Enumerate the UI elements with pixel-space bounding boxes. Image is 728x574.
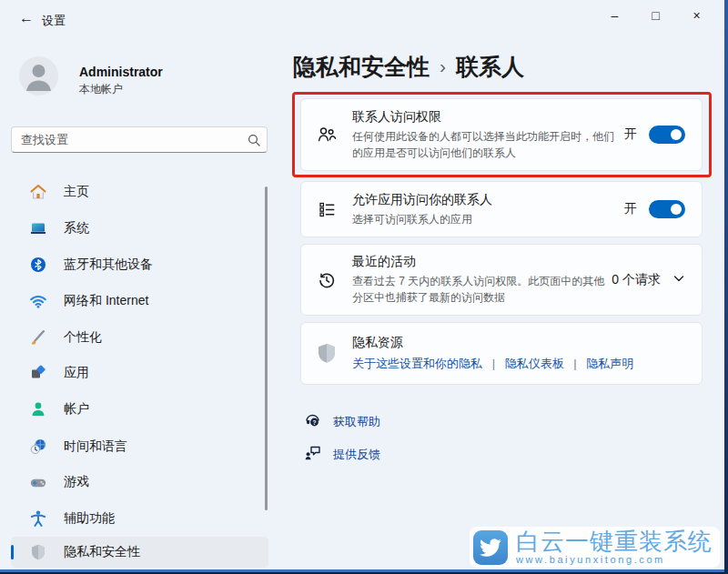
card-apps-access: 允许应用访问你的联系人 选择可访问联系人的应用 开 <box>300 181 703 237</box>
sidebar-item-label: 蓝牙和其他设备 <box>64 257 153 273</box>
profile-name: Administrator <box>79 65 163 79</box>
get-help-label: 获取帮助 <box>333 414 380 430</box>
toggle-state-label: 开 <box>624 201 637 217</box>
sidebar-item-network[interactable]: 网络和 Internet <box>11 286 268 317</box>
sidebar-item-personalization[interactable]: 个性化 <box>11 322 268 353</box>
breadcrumb-parent[interactable]: 隐私和安全性 <box>293 52 430 82</box>
sidebar-item-label: 帐户 <box>64 401 89 418</box>
accounts-person-icon <box>27 400 49 418</box>
search-icon[interactable] <box>241 134 267 146</box>
contacts-access-toggle[interactable] <box>649 126 685 144</box>
accessibility-person-icon <box>27 509 49 528</box>
people-icon <box>301 125 352 145</box>
sidebar-item-system[interactable]: 系统 <box>11 213 268 244</box>
sidebar-item-bluetooth[interactable]: 蓝牙和其他设备 <box>11 249 268 280</box>
requests-count: 0 个请求 <box>612 272 661 288</box>
sidebar-item-label: 辅助功能 <box>64 510 115 527</box>
home-icon <box>27 183 49 201</box>
chevron-down-icon[interactable] <box>672 272 685 288</box>
setting-title: 隐私资源 <box>352 335 696 351</box>
sidebar: Administrator 本地帐户 主页 <box>0 36 273 574</box>
shield-icon <box>301 342 352 366</box>
gaming-gamepad-icon <box>27 473 49 491</box>
get-help-link[interactable]: ? 获取帮助 <box>304 411 380 432</box>
apps-icon <box>27 364 49 382</box>
minimize-button[interactable]: – <box>594 0 635 31</box>
desktop-edge-right <box>724 0 728 574</box>
link-separator: | <box>492 357 495 370</box>
sidebar-item-home[interactable]: 主页 <box>11 176 268 207</box>
sidebar-item-label: 系统 <box>64 220 89 237</box>
search-input[interactable] <box>12 133 241 146</box>
search-box[interactable] <box>11 126 268 153</box>
twitter-bird-icon <box>473 530 508 565</box>
app-title: 设置 <box>42 13 66 29</box>
avatar[interactable] <box>19 56 58 96</box>
give-feedback-link[interactable]: 提供反馈 <box>304 444 380 465</box>
watermark-url: www.baiyunxitong.com <box>516 555 713 565</box>
card-privacy-resources: 隐私资源 关于这些设置和你的隐私 | 隐私仪表板 | 隐私声明 <box>300 322 703 385</box>
bluetooth-icon <box>27 256 49 274</box>
person-silhouette-icon <box>19 56 58 96</box>
link-privacy-statement[interactable]: 隐私声明 <box>586 357 633 370</box>
sidebar-item-privacy-security[interactable]: 隐私和安全性 <box>11 537 268 568</box>
privacy-links: 关于这些设置和你的隐私 | 隐私仪表板 | 隐私声明 <box>352 356 696 372</box>
card-contacts-access: 联系人访问权限 任何使用此设备的人都可以选择当此功能开启时，他们的应用是否可以访… <box>300 98 703 171</box>
sidebar-scrollbar[interactable] <box>265 186 268 510</box>
titlebar: ← 设置 – □ × <box>0 0 724 36</box>
sidebar-item-time-language[interactable]: 时间和语言 <box>11 431 268 462</box>
give-feedback-label: 提供反馈 <box>333 447 380 463</box>
card-recent-activity[interactable]: 最近的活动 查看过去 7 天内的联系人访问权限。此页面中的其他分区中也捕获了最新… <box>300 244 703 316</box>
sidebar-item-label: 应用 <box>64 365 89 381</box>
setting-description: 任何使用此设备的人都可以选择当此功能开启时，他们的应用是否可以访问他们的联系人 <box>352 128 619 161</box>
personalization-brush-icon <box>27 328 49 347</box>
setting-description: 选择可访问联系人的应用 <box>352 211 619 227</box>
feedback-icon <box>304 444 321 465</box>
watermark: 白云一键重装系统 www.baiyunxitong.com <box>470 527 720 568</box>
active-indicator <box>11 545 14 559</box>
sidebar-item-accounts[interactable]: 帐户 <box>11 394 268 425</box>
toggle-state-label: 开 <box>624 126 637 143</box>
toggle-knob <box>671 129 682 140</box>
breadcrumb-separator: › <box>440 55 446 77</box>
close-button[interactable]: × <box>676 0 717 31</box>
link-privacy-dashboard[interactable]: 隐私仪表板 <box>505 357 564 370</box>
app-permissions-list-icon <box>301 200 352 219</box>
breadcrumb: 隐私和安全性 › 联系人 <box>293 52 524 82</box>
maximize-button[interactable]: □ <box>635 0 676 31</box>
network-wifi-icon <box>27 292 49 310</box>
watermark-title: 白云一键重装系统 <box>516 529 713 553</box>
back-button[interactable]: ← <box>13 7 40 29</box>
help-icon: ? <box>304 411 321 432</box>
sidebar-item-accessibility[interactable]: 辅助功能 <box>11 503 268 534</box>
sidebar-item-label: 隐私和安全性 <box>64 544 140 560</box>
sidebar-item-label: 时间和语言 <box>64 438 127 455</box>
profile-account-type: 本地帐户 <box>79 82 123 97</box>
setting-title: 允许应用访问你的联系人 <box>352 192 619 208</box>
setting-title: 最近的活动 <box>352 254 606 270</box>
sidebar-item-label: 个性化 <box>64 329 102 346</box>
privacy-shield-icon <box>27 543 49 561</box>
svg-text:?: ? <box>313 419 317 426</box>
system-icon <box>27 219 49 237</box>
history-icon <box>301 270 352 290</box>
link-separator: | <box>573 357 576 370</box>
link-about-settings-privacy[interactable]: 关于这些设置和你的隐私 <box>352 357 482 370</box>
page-title: 联系人 <box>456 52 524 82</box>
sidebar-item-label: 主页 <box>64 184 89 200</box>
apps-access-toggle[interactable] <box>649 200 685 218</box>
setting-description: 查看过去 7 天内的联系人访问权限。此页面中的其他分区中也捕获了最新的访问数据 <box>352 273 606 306</box>
toggle-knob <box>671 204 682 215</box>
sidebar-item-apps[interactable]: 应用 <box>11 357 268 388</box>
setting-title: 联系人访问权限 <box>352 109 619 126</box>
sidebar-item-label: 网络和 Internet <box>64 293 148 309</box>
window-controls: – □ × <box>594 0 717 31</box>
sidebar-item-gaming[interactable]: 游戏 <box>11 467 268 498</box>
time-language-icon <box>27 438 49 456</box>
sidebar-item-label: 游戏 <box>64 474 89 490</box>
